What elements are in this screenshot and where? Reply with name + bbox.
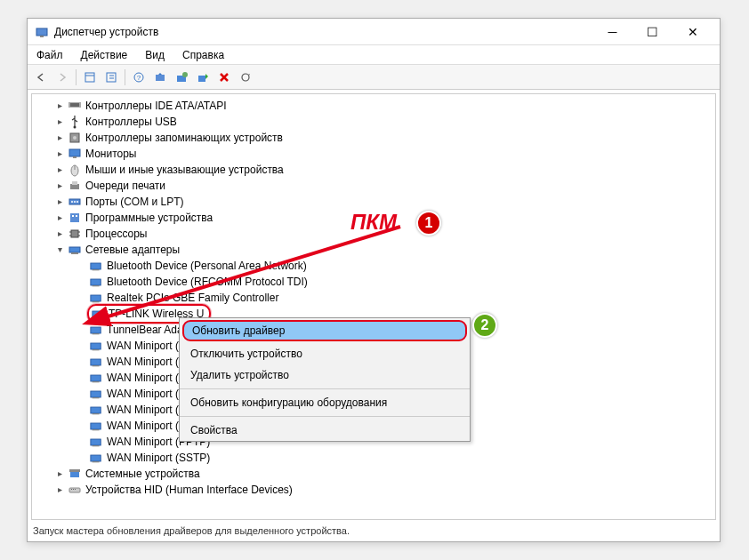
- window-title: Диспетчер устройств: [54, 26, 592, 38]
- tree-category[interactable]: ▸Устройства HID (Human Interface Devices…: [32, 482, 715, 498]
- show-hidden-button[interactable]: [80, 68, 100, 87]
- svg-rect-2: [85, 73, 94, 82]
- tree-category[interactable]: ▸Очереди печати: [32, 178, 715, 194]
- svg-rect-63: [91, 455, 101, 461]
- svg-rect-68: [71, 489, 72, 490]
- category-icon: [68, 179, 82, 193]
- svg-rect-57: [91, 407, 101, 413]
- svg-rect-0: [36, 28, 47, 36]
- expand-icon[interactable]: ▸: [53, 196, 66, 208]
- svg-rect-58: [93, 413, 100, 414]
- svg-rect-70: [75, 489, 76, 490]
- status-bar: Запуск мастера обновления драйверов для …: [28, 524, 720, 541]
- adapter-icon: [89, 451, 103, 465]
- context-properties[interactable]: Свойства: [180, 420, 470, 441]
- context-menu: Обновить драйвер Отключить устройство Уд…: [179, 317, 471, 442]
- svg-point-27: [74, 201, 76, 203]
- tree-category[interactable]: ▸Контроллеры USB: [32, 114, 715, 130]
- context-separator: [180, 416, 470, 417]
- expand-icon[interactable]: ▸: [53, 100, 66, 112]
- svg-text:?: ?: [137, 74, 141, 82]
- category-label: Сетевые адаптеры: [85, 242, 180, 258]
- expand-icon[interactable]: ▸: [53, 468, 66, 480]
- collapse-icon[interactable]: ▾: [53, 244, 66, 256]
- context-update-driver[interactable]: Обновить драйвер: [182, 320, 467, 341]
- svg-rect-66: [69, 469, 80, 472]
- category-icon: [68, 131, 82, 145]
- menu-file[interactable]: Файл: [31, 47, 68, 63]
- properties-button[interactable]: [101, 68, 121, 87]
- svg-point-18: [73, 136, 77, 140]
- maximize-button[interactable]: ☐: [632, 20, 672, 44]
- toolbar-separator: [125, 69, 125, 85]
- adapter-icon: [89, 291, 103, 305]
- category-label: Контроллеры запоминающих устройств: [85, 130, 283, 146]
- svg-rect-31: [76, 215, 77, 217]
- svg-rect-55: [91, 391, 101, 397]
- adapter-label: Bluetooth Device (Personal Area Network): [107, 258, 307, 274]
- svg-rect-29: [70, 213, 79, 222]
- annotation-pkm-label: ПКМ: [350, 210, 397, 235]
- svg-rect-60: [93, 429, 100, 430]
- category-label: Контроллеры USB: [85, 114, 177, 130]
- svg-rect-51: [91, 359, 101, 365]
- expand-icon[interactable]: ▸: [53, 132, 66, 144]
- expand-icon[interactable]: ▸: [53, 180, 66, 192]
- category-label: Порты (COM и LPT): [85, 194, 184, 210]
- disable-button[interactable]: [193, 68, 213, 87]
- tree-category-network[interactable]: ▾Сетевые адаптеры: [32, 242, 715, 258]
- back-button[interactable]: [31, 68, 51, 87]
- expand-icon[interactable]: ▸: [53, 164, 66, 176]
- svg-rect-43: [91, 295, 101, 301]
- adapter-label: Bluetooth Device (RFCOMM Protocol TDI): [107, 274, 308, 290]
- expand-icon[interactable]: ▸: [53, 228, 66, 240]
- adapter-icon: [89, 323, 103, 337]
- expand-icon[interactable]: ▸: [53, 148, 66, 160]
- category-label: Процессоры: [85, 226, 148, 242]
- tree-category[interactable]: ▸Мониторы: [32, 146, 715, 162]
- close-button[interactable]: ✕: [672, 20, 713, 44]
- expand-icon[interactable]: ▸: [53, 484, 66, 496]
- category-label: Устройства HID (Human Interface Devices): [85, 482, 293, 498]
- svg-rect-65: [70, 471, 79, 477]
- svg-rect-15: [70, 103, 79, 107]
- category-icon: [68, 163, 82, 177]
- expand-icon[interactable]: ▸: [53, 116, 66, 128]
- category-icon: [68, 147, 82, 161]
- help-button[interactable]: ?: [129, 68, 149, 87]
- minimize-button[interactable]: ─: [592, 20, 632, 44]
- menu-action[interactable]: Действие: [76, 47, 133, 63]
- svg-rect-24: [72, 181, 77, 185]
- tree-category[interactable]: ▸Контроллеры IDE ATA/ATAPI: [32, 98, 715, 114]
- svg-rect-41: [91, 279, 101, 285]
- tree-category[interactable]: ▸Контроллеры запоминающих устройств: [32, 130, 715, 146]
- context-disable[interactable]: Отключить устройство: [180, 343, 470, 364]
- refresh-button[interactable]: [236, 68, 255, 87]
- forward-button[interactable]: [52, 68, 72, 87]
- network-adapter-item[interactable]: Bluetooth Device (Personal Area Network): [32, 258, 715, 274]
- update-driver-button[interactable]: [172, 68, 191, 87]
- scan-button[interactable]: [150, 68, 170, 87]
- tree-category[interactable]: ▸Системные устройства: [32, 466, 715, 482]
- expand-icon[interactable]: ▸: [53, 212, 66, 224]
- menu-help[interactable]: Справка: [177, 47, 230, 63]
- adapter-icon: [89, 387, 103, 401]
- adapter-icon: [89, 435, 103, 449]
- menu-view[interactable]: Вид: [140, 47, 170, 63]
- svg-rect-46: [94, 317, 101, 318]
- titlebar: Диспетчер устройств ─ ☐ ✕: [28, 19, 720, 45]
- network-adapter-item[interactable]: WAN Miniport (SSTP): [32, 450, 715, 466]
- device-tree-panel[interactable]: ▸Контроллеры IDE ATA/ATAPI▸Контроллеры U…: [31, 93, 716, 520]
- tree-category[interactable]: ▸Порты (COM и LPT): [32, 194, 715, 210]
- svg-rect-54: [93, 381, 100, 382]
- svg-rect-12: [198, 76, 205, 82]
- category-icon: [68, 483, 82, 497]
- context-scan[interactable]: Обновить конфигурацию оборудования: [180, 392, 470, 413]
- toolbar: ?: [28, 65, 720, 90]
- tree-category[interactable]: ▸Мыши и иные указывающие устройства: [32, 162, 715, 178]
- uninstall-button[interactable]: [214, 68, 234, 87]
- svg-rect-45: [93, 311, 102, 317]
- context-uninstall[interactable]: Удалить устройство: [180, 364, 470, 386]
- annotation-step-1: 1: [416, 211, 441, 236]
- network-adapter-item[interactable]: Bluetooth Device (RFCOMM Protocol TDI): [32, 274, 715, 290]
